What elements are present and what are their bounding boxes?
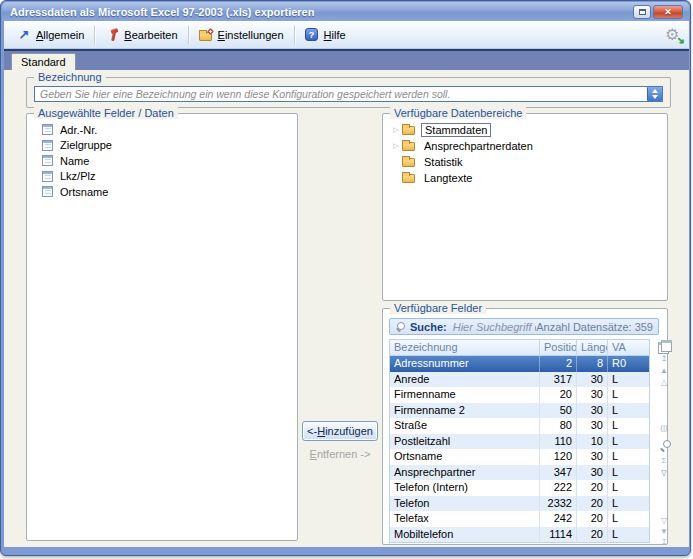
- dialog-content: Bezeichnung Geben Sie hier eine Bezeichn…: [4, 70, 689, 547]
- table-row[interactable]: Adressnummer28R0: [390, 356, 649, 372]
- tree-item-label: Langtexte: [421, 172, 475, 184]
- table-row[interactable]: Ortsname12030L: [390, 449, 649, 465]
- table-cell: 8: [577, 356, 608, 372]
- combobox-spinner[interactable]: [647, 87, 662, 101]
- restore-button[interactable]: [633, 5, 651, 19]
- table-cell: L: [608, 403, 649, 419]
- table-cell: 2332: [540, 496, 577, 512]
- toolbar-button-allgemein[interactable]: ↗Allgemein: [10, 25, 91, 45]
- table-cell: 20: [577, 511, 608, 527]
- table-cell: Telefon (Intern): [390, 480, 540, 496]
- collapse-up-icon[interactable]: △: [657, 379, 671, 387]
- table-row[interactable]: Firmenname2030L: [390, 387, 649, 403]
- table-cell: L: [608, 511, 649, 527]
- table-row[interactable]: Postleitzahl11010L: [390, 434, 649, 450]
- arrow-up-right-icon: ↗: [17, 28, 31, 42]
- table-cell: Straße: [390, 418, 540, 434]
- tab-standard[interactable]: Standard: [11, 53, 76, 70]
- title-bar[interactable]: Adressdaten als Microsoft Excel 97-2003 …: [2, 2, 689, 21]
- table-grid-icon: [42, 171, 53, 182]
- table-cell: 20: [577, 480, 608, 496]
- tree-item-langtexte[interactable]: Langtexte: [385, 170, 665, 186]
- tree-item-statistik[interactable]: Statistik: [385, 154, 665, 170]
- table-row[interactable]: Telefon (Intern)22220L: [390, 480, 649, 496]
- tree-item-ansprechpartnerdaten[interactable]: ▷Ansprechpartnerdaten: [385, 138, 665, 154]
- selected-field-item[interactable]: Adr.-Nr.: [29, 122, 295, 138]
- available-fields-group: Verfügbare Felder Suche: Hier Suchbegrif…: [382, 308, 668, 545]
- table-cell: 10: [577, 434, 608, 450]
- table-cell: Anrede: [390, 372, 540, 388]
- table-cell: 30: [577, 372, 608, 388]
- search-bar[interactable]: Suche: Hier Suchbegriff eingebe Anzahl D…: [389, 318, 659, 335]
- table-row[interactable]: Mobiltelefon111420L: [390, 527, 649, 543]
- move-up-icon[interactable]: ▲: [657, 367, 671, 375]
- move-down-icon[interactable]: ▼: [657, 528, 671, 536]
- search-placeholder: Hier Suchbegriff eingebe: [453, 321, 537, 333]
- collapse-down-icon[interactable]: ▽: [657, 517, 671, 525]
- tree-item-label: Statistik: [421, 156, 466, 168]
- table-cell: Postleitzahl: [390, 434, 540, 450]
- expander-icon[interactable]: ▷: [391, 126, 401, 134]
- toolbar-button-hilfe[interactable]: ?Hilfe: [298, 25, 353, 45]
- table-row[interactable]: Telefon233220L: [390, 496, 649, 512]
- tab-strip: Standard: [4, 49, 689, 70]
- data-areas-group: Verfügbare Datenbereiche ▷Stammdaten▷Ans…: [382, 113, 668, 301]
- table-cell: Mobiltelefon: [390, 527, 540, 543]
- edit-tool-icon: [105, 28, 119, 42]
- close-button[interactable]: ✕: [653, 5, 683, 19]
- table-row[interactable]: Telefax24220L: [390, 511, 649, 527]
- expander-icon[interactable]: ▷: [391, 142, 401, 150]
- selected-field-item[interactable]: Name: [29, 153, 295, 169]
- table-cell: 1114: [540, 527, 577, 543]
- table-cell: Telefax: [390, 511, 540, 527]
- tree-item-stammdaten[interactable]: ▷Stammdaten: [385, 122, 665, 138]
- filter-icon[interactable]: ∇: [657, 470, 671, 478]
- column-header-länge[interactable]: Länge: [577, 340, 608, 355]
- export-gear-button[interactable]: ⚙ ➜: [665, 26, 683, 44]
- table-cell: 50: [540, 403, 577, 419]
- toolbar-separator: [294, 26, 295, 44]
- sum-icon[interactable]: Σ: [657, 457, 671, 465]
- fields-table-header[interactable]: BezeichnungPositionLängeVA: [390, 340, 649, 356]
- table-row[interactable]: Straße8030L: [390, 418, 649, 434]
- table-cell: 347: [540, 465, 577, 481]
- bezeichnung-combobox[interactable]: Geben Sie hier eine Bezeichnung ein wenn…: [34, 86, 663, 102]
- column-header-position[interactable]: Position: [540, 340, 577, 355]
- selected-field-item[interactable]: Zielgruppe: [29, 138, 295, 154]
- scroll-to-bottom-icon[interactable]: ↧: [657, 539, 671, 547]
- table-cell: Firmenname 2: [390, 403, 540, 419]
- bezeichnung-group: Bezeichnung Geben Sie hier eine Bezeichn…: [26, 77, 671, 108]
- table-cell: L: [608, 434, 649, 450]
- table-row[interactable]: Anrede31730L: [390, 372, 649, 388]
- table-cell: 2: [540, 356, 577, 372]
- close-icon: ✕: [664, 8, 672, 17]
- table-cell: 242: [540, 511, 577, 527]
- column-header-va[interactable]: VA: [608, 340, 649, 355]
- selected-field-item[interactable]: Lkz/Plz: [29, 169, 295, 185]
- table-cell: Telefon: [390, 496, 540, 512]
- bezeichnung-group-label: Bezeichnung: [34, 71, 106, 83]
- table-cell: 20: [577, 527, 608, 543]
- scroll-to-top-icon[interactable]: ↥: [657, 355, 671, 363]
- toolbar-button-label: Hilfe: [324, 29, 346, 41]
- table-row[interactable]: Ansprechpartner34730L: [390, 465, 649, 481]
- folder-icon: [402, 142, 415, 151]
- table-cell: L: [608, 418, 649, 434]
- table-cell: 222: [540, 480, 577, 496]
- toolbar-button-bearbeiten[interactable]: Bearbeiten: [98, 25, 184, 45]
- table-cell: 80: [540, 418, 577, 434]
- insert-icon[interactable]: (|): [657, 424, 671, 432]
- fields-table: BezeichnungPositionLängeVA Adressnummer2…: [389, 339, 650, 543]
- toolbar-button-einstellungen[interactable]: Einstellungen: [192, 25, 291, 45]
- table-cell: L: [608, 465, 649, 481]
- dialog-window: Adressdaten als Microsoft Excel 97-2003 …: [0, 0, 691, 556]
- search-icon[interactable]: [661, 440, 671, 450]
- table-grid-icon: [42, 155, 53, 166]
- table-row[interactable]: Firmenname 25030L: [390, 403, 649, 419]
- toolbar-separator: [188, 26, 189, 44]
- table-cell: 120: [540, 449, 577, 465]
- column-header-bezeichnung[interactable]: Bezeichnung: [390, 340, 540, 355]
- add-button[interactable]: <- Hinzufügen: [302, 421, 378, 441]
- selected-field-item[interactable]: Ortsname: [29, 184, 295, 200]
- remove-button-disabled: Entfernen ->: [296, 448, 384, 460]
